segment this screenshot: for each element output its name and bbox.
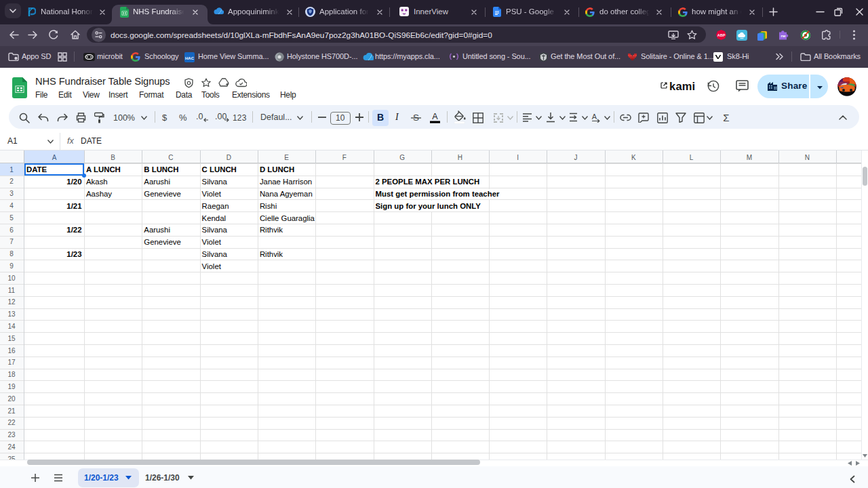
svg-text:rw: rw	[781, 34, 785, 38]
svg-text:A: A	[592, 113, 597, 121]
svg-text:HAC: HAC	[185, 56, 195, 60]
svg-text:fx: fx	[67, 136, 74, 144]
svg-text:A: A	[432, 112, 438, 121]
svg-text:Σ: Σ	[723, 112, 729, 123]
svg-text:ABP: ABP	[717, 33, 726, 37]
